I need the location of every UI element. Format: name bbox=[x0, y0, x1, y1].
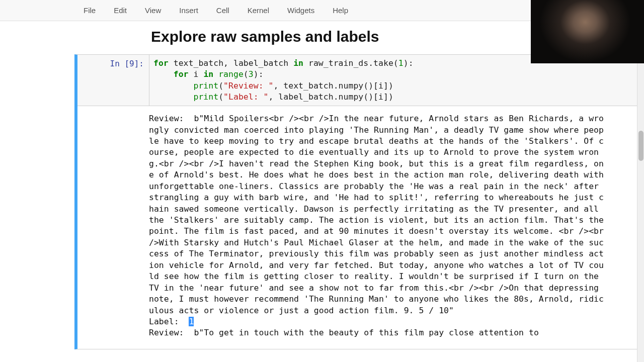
webcam-overlay bbox=[531, 0, 644, 63]
notebook-area: Explore raw samples and labels In [9]: f… bbox=[0, 28, 644, 349]
output-text[interactable]: Review: b"Mild Spoilers<br /><br />In th… bbox=[149, 113, 638, 349]
menu-insert[interactable]: Insert bbox=[170, 2, 207, 19]
selected-label: 1 bbox=[189, 317, 194, 326]
menu-help[interactable]: Help bbox=[324, 2, 357, 19]
menu-view[interactable]: View bbox=[136, 2, 170, 19]
menu-cell[interactable]: Cell bbox=[207, 2, 238, 19]
menu-items: File Edit View Insert Cell Kernel Widget… bbox=[74, 2, 357, 19]
input-prompt: In [9]: bbox=[77, 55, 149, 68]
menu-file[interactable]: File bbox=[74, 2, 105, 19]
menu-widgets[interactable]: Widgets bbox=[278, 2, 324, 19]
scrollbar-thumb[interactable] bbox=[638, 131, 643, 161]
output-row: Review: b"Mild Spoilers<br /><br />In th… bbox=[77, 106, 638, 349]
code-cell[interactable]: In [9]: for text_batch, label_batch in r… bbox=[74, 54, 639, 349]
menu-kernel[interactable]: Kernel bbox=[238, 2, 278, 19]
menu-edit[interactable]: Edit bbox=[105, 2, 136, 19]
